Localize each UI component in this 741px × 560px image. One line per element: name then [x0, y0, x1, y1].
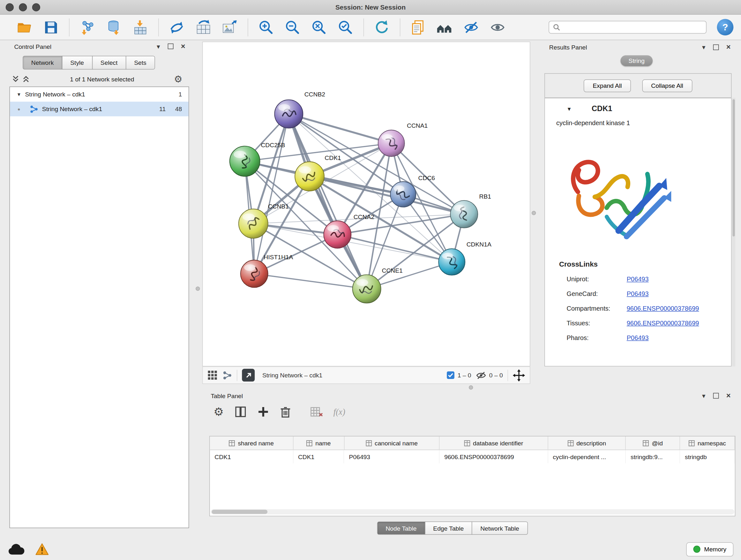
crosslink-link[interactable]: P06493 [627, 334, 649, 341]
delete-column-button[interactable] [280, 406, 291, 418]
column-header-id[interactable]: @id [626, 436, 680, 449]
string-tab-badge[interactable]: String [620, 55, 653, 66]
float-panel-icon[interactable] [713, 393, 719, 399]
help-button[interactable]: ? [717, 19, 734, 36]
column-header-canonical-name[interactable]: canonical name [344, 436, 440, 449]
search-input[interactable] [563, 23, 702, 31]
tab-network-table[interactable]: Network Table [472, 521, 528, 535]
hidden-eye-icon[interactable] [476, 371, 486, 380]
network-edge-CCNB2-HIST1H1A[interactable] [254, 114, 289, 274]
warnings-button[interactable] [35, 543, 49, 556]
float-panel-icon[interactable] [167, 44, 173, 49]
collapse-panel-icon[interactable]: ▾ [702, 44, 705, 51]
collapse-all-button[interactable]: Collapse All [642, 79, 692, 92]
network-node-CCNA1[interactable] [378, 130, 405, 157]
results-scrollbar[interactable] [732, 98, 735, 367]
zoom-in-button[interactable] [255, 16, 277, 38]
clear-table-button[interactable] [310, 406, 323, 418]
zoom-fit-button[interactable] [308, 16, 330, 38]
window-close-button[interactable] [6, 3, 14, 11]
splitter-handle[interactable] [469, 385, 473, 389]
network-options-gear-icon[interactable]: ⚙ [174, 74, 183, 84]
column-header-name[interactable]: name [293, 436, 344, 449]
network-collection-row[interactable]: ▼ String Network – cdk1 1 [10, 87, 189, 102]
column-header-shared-name[interactable]: shared name [210, 436, 293, 449]
open-session-button[interactable] [14, 16, 36, 38]
network-node-CDC25B[interactable] [230, 146, 260, 177]
network-overview-button[interactable] [434, 16, 455, 38]
close-panel-icon[interactable]: × [181, 43, 185, 50]
network-node-RB1[interactable] [450, 200, 478, 228]
zoom-out-button[interactable] [282, 16, 304, 38]
table-settings-button[interactable]: ⚙ [213, 406, 224, 418]
tree-expand-icon[interactable]: ▼ [13, 91, 25, 97]
crosslink-link[interactable]: 9606.ENSP00000378699 [627, 320, 699, 327]
network-node-CDK1[interactable] [295, 162, 324, 191]
crosslink-link[interactable]: P06493 [627, 290, 649, 297]
tab-style[interactable]: Style [62, 56, 92, 70]
table-row[interactable]: CDK1CDK1P064939606.ENSP00000378699cyclin… [210, 450, 735, 463]
network-node-CCNB1[interactable] [239, 209, 268, 239]
memory-button[interactable]: Memory [686, 542, 733, 556]
expand-all-button[interactable]: Expand All [584, 79, 630, 92]
save-session-button[interactable] [40, 16, 62, 38]
cloud-button[interactable] [8, 543, 24, 556]
function-builder-button[interactable]: f(x) [333, 407, 345, 417]
network-edge-HIST1H1A-CCNE1[interactable] [254, 273, 367, 289]
network-view[interactable]: CCNB2CCNA1CDC25BCDK1CDC6RB1CCNB1CCNA2CDK… [202, 42, 530, 366]
column-header-description[interactable]: description [548, 436, 626, 449]
move-crosshair-icon[interactable] [513, 369, 525, 381]
tab-network[interactable]: Network [23, 56, 62, 70]
checkbox-icon[interactable] [447, 371, 455, 379]
gene-expand-icon[interactable]: ▼ [567, 106, 572, 112]
close-panel-icon[interactable]: × [726, 44, 731, 51]
refresh-button[interactable] [371, 16, 393, 38]
network-node-CDC6[interactable] [390, 182, 416, 207]
export-image-button[interactable] [219, 16, 241, 38]
network-row[interactable]: ● String Network – cdk1 11 48 [10, 102, 189, 116]
network-node-HIST1H1A[interactable] [241, 260, 268, 287]
import-network-from-database-button[interactable] [103, 16, 125, 38]
chevrons-down-icon[interactable] [11, 75, 20, 83]
collapse-panel-icon[interactable]: ▾ [157, 43, 160, 50]
show-graphics-button[interactable] [487, 16, 509, 38]
new-table-button[interactable] [192, 16, 214, 38]
share-icon[interactable] [223, 370, 232, 380]
new-network-button[interactable] [166, 16, 188, 38]
crosslink-link[interactable]: P06493 [627, 275, 649, 283]
window-zoom-button[interactable] [32, 3, 40, 11]
hide-graphics-button[interactable] [460, 16, 482, 38]
show-columns-button[interactable] [234, 406, 247, 418]
tab-edge-table[interactable]: Edge Table [425, 521, 472, 535]
splitter-handle[interactable] [196, 287, 200, 291]
close-panel-icon[interactable]: × [726, 392, 731, 400]
float-panel-icon[interactable] [713, 44, 719, 50]
import-table-from-file-button[interactable] [130, 16, 151, 38]
network-node-CDKN1A[interactable] [439, 249, 465, 275]
network-canvas[interactable]: CCNB2CCNA1CDC25BCDK1CDC6RB1CCNB1CCNA2CDK… [203, 42, 530, 366]
tab-sets[interactable]: Sets [126, 56, 155, 70]
tab-node-table[interactable]: Node Table [377, 521, 425, 535]
network-edge-CCNB2-CCNE1[interactable] [289, 114, 367, 289]
import-network-from-file-button[interactable] [77, 16, 98, 38]
zoom-selected-button[interactable] [334, 16, 356, 38]
window-minimize-button[interactable] [19, 3, 27, 11]
network-node-CCNA2[interactable] [324, 221, 351, 248]
column-header-database-identifier[interactable]: database identifier [440, 436, 548, 449]
document-button[interactable] [408, 16, 429, 38]
network-edge-CCNB2-CCNA1[interactable] [289, 114, 391, 143]
tab-select[interactable]: Select [92, 56, 126, 70]
column-header-namespac[interactable]: namespac [680, 436, 735, 449]
crosslink-link[interactable]: 9606.ENSP00000378699 [627, 305, 699, 312]
add-column-button[interactable] [257, 406, 269, 418]
splitter-handle[interactable] [532, 211, 536, 215]
open-in-new-window-button[interactable] [242, 369, 255, 381]
grid-icon[interactable] [207, 370, 218, 381]
node-table: shared namenamecanonical namedatabase id… [209, 436, 735, 516]
table-horizontal-scrollbar[interactable] [211, 509, 734, 514]
gene-header[interactable]: ▼ CDK1 [545, 98, 731, 115]
collapse-panel-icon[interactable]: ▾ [702, 392, 705, 399]
network-node-CCNE1[interactable] [353, 274, 381, 303]
network-node-CCNB2[interactable] [274, 100, 303, 128]
chevrons-up-icon[interactable] [22, 75, 30, 83]
